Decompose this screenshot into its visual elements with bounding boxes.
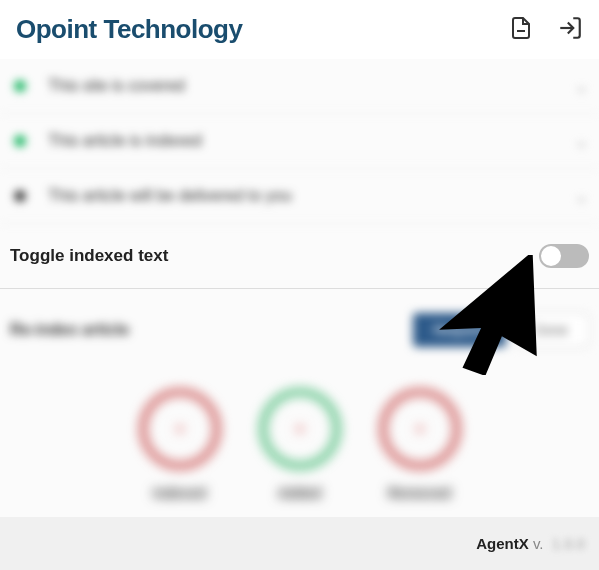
- footer-app-name: AgentX: [476, 535, 529, 552]
- chevron-down-icon: ⌄: [574, 185, 589, 207]
- status-text: This site is covered: [48, 77, 574, 95]
- reindex-buttons: Request Done: [413, 313, 589, 347]
- gauge-added: Added: [260, 389, 340, 501]
- status-row-covered[interactable]: This site is covered ⌄: [0, 59, 599, 114]
- reindex-row: Re-index article Request Done: [0, 289, 599, 359]
- app-logo: Opoint Technology: [16, 14, 242, 45]
- document-icon[interactable]: [509, 16, 533, 44]
- toggle-switch[interactable]: [539, 244, 589, 268]
- status-dot-icon: [14, 190, 26, 202]
- status-row-delivered[interactable]: This article will be delivered to you ⌄: [0, 169, 599, 224]
- chevron-down-icon: ⌄: [574, 130, 589, 152]
- gauge-removed: Removed: [380, 389, 460, 501]
- status-dot-icon: [14, 80, 26, 92]
- content-area: This site is covered ⌄ This article is i…: [0, 59, 599, 521]
- gauge-center-dot: [417, 426, 423, 432]
- toggle-indexed-text-row: Toggle indexed text: [0, 224, 599, 289]
- toggle-knob: [541, 246, 561, 266]
- gauge-center-dot: [177, 426, 183, 432]
- footer-version-value: 1.0.0: [552, 535, 585, 552]
- status-row-indexed[interactable]: This article is indexed ⌄: [0, 114, 599, 169]
- status-dot-icon: [14, 135, 26, 147]
- footer-version-label: v.: [533, 535, 544, 552]
- status-text: This article will be delivered to you: [48, 187, 574, 205]
- header-actions: [509, 15, 583, 45]
- reindex-label: Re-index article: [10, 321, 129, 339]
- gauges-row: Indexed Added Removed: [0, 359, 599, 521]
- login-icon[interactable]: [557, 15, 583, 45]
- done-button[interactable]: Done: [514, 313, 589, 347]
- request-button[interactable]: Request: [413, 313, 505, 347]
- gauge-circle-icon: [260, 389, 340, 469]
- gauge-circle-icon: [140, 389, 220, 469]
- gauge-circle-icon: [380, 389, 460, 469]
- gauge-label: Indexed: [153, 485, 206, 501]
- toggle-label: Toggle indexed text: [10, 246, 168, 266]
- gauge-center-dot: [297, 426, 303, 432]
- footer: AgentX v. 1.0.0: [0, 517, 599, 570]
- header: Opoint Technology: [0, 0, 599, 59]
- status-text: This article is indexed: [48, 132, 574, 150]
- gauge-label: Added: [278, 485, 322, 501]
- gauge-indexed: Indexed: [140, 389, 220, 501]
- chevron-down-icon: ⌄: [574, 75, 589, 97]
- gauge-label: Removed: [388, 485, 451, 501]
